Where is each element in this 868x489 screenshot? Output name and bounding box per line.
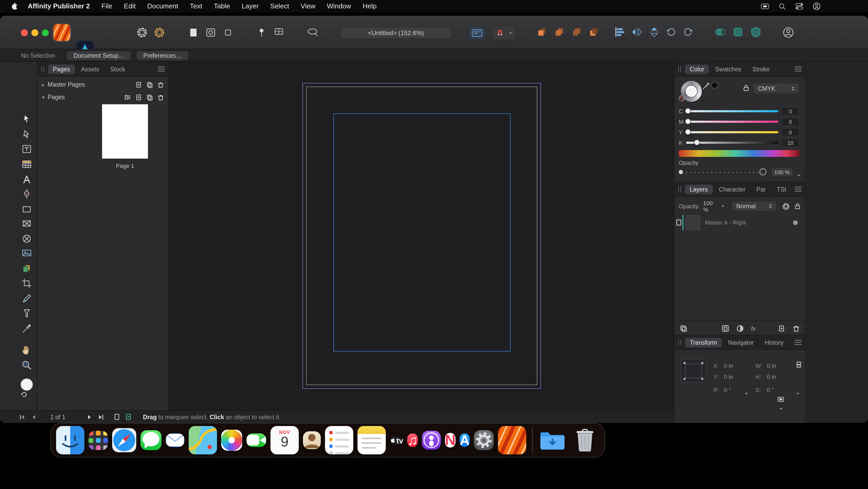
add-page-icon[interactable] [135, 94, 142, 100]
dock-icon-finder[interactable] [56, 426, 84, 454]
close-window-button[interactable] [21, 29, 28, 36]
move-tool[interactable] [20, 112, 34, 126]
layers-opacity-value[interactable]: 100 % [703, 200, 719, 212]
y-value[interactable]: 0 in [724, 374, 733, 380]
delete-layer-icon[interactable] [793, 324, 800, 332]
add-page-icon[interactable] [135, 81, 142, 88]
document-setup-gear-icon[interactable] [136, 27, 148, 38]
pen-tool[interactable] [20, 187, 34, 201]
place-image-tool[interactable] [20, 246, 34, 260]
cyan-slider[interactable] [686, 110, 778, 112]
account-icon[interactable] [782, 26, 795, 39]
tab-stroke[interactable]: Stroke [748, 64, 775, 74]
dock-icon-downloads[interactable] [538, 426, 567, 454]
cyan-value[interactable]: 0 [781, 107, 799, 115]
alignment-button[interactable] [613, 26, 626, 38]
magenta-slider[interactable] [686, 121, 778, 123]
dock-icon-affinity-publisher[interactable] [498, 426, 526, 454]
duplicate-page-icon[interactable] [146, 81, 153, 88]
apple-menu-icon[interactable] [7, 2, 22, 10]
opacity-value-field[interactable]: 100 % [771, 167, 793, 177]
layer-thumbnail[interactable] [686, 215, 700, 230]
menu-help[interactable]: Help [357, 0, 383, 12]
node-tool[interactable] [20, 127, 34, 141]
s-value[interactable]: 0 ° [767, 387, 774, 393]
duplicate-page-icon[interactable] [146, 94, 153, 100]
layer-row-master-a-right[interactable]: Master A - Right [675, 214, 805, 230]
color-mode-select[interactable]: CMYK [753, 83, 799, 94]
dock-icon-contacts[interactable] [303, 431, 321, 449]
chevron-down-icon[interactable] [745, 393, 748, 396]
snapping-button[interactable] [492, 26, 516, 40]
add-layer-icon[interactable] [778, 324, 785, 332]
panel-drag-handle[interactable] [678, 340, 681, 345]
h-value[interactable]: 0 in [767, 374, 776, 380]
picture-frame-ellipse-tool[interactable] [20, 232, 34, 246]
menu-window[interactable]: Window [321, 0, 357, 12]
menu-text[interactable]: Text [184, 0, 208, 12]
flip-vertical-button[interactable] [648, 26, 660, 38]
insert-behind-button[interactable] [714, 26, 726, 38]
dock-icon-maps[interactable] [189, 426, 217, 454]
dock-icon-app-store[interactable]: A [460, 433, 470, 447]
adjustment-layer-icon[interactable] [737, 324, 744, 332]
shapes-tool[interactable] [20, 261, 34, 275]
delete-page-icon[interactable] [157, 94, 164, 100]
preferences-gear-icon[interactable] [154, 27, 165, 38]
tab-color[interactable]: Color [685, 64, 709, 74]
panel-drag-handle[interactable] [678, 66, 681, 72]
insert-on-top-button[interactable] [749, 26, 762, 38]
document-title[interactable]: <Untitled> (152.6%) [340, 27, 452, 39]
eyedropper-icon[interactable] [702, 82, 710, 90]
chevron-down-icon[interactable] [721, 206, 724, 209]
tab-stock[interactable]: Stock [105, 64, 130, 74]
minimize-window-button[interactable] [31, 29, 38, 36]
dock-icon-facetime[interactable] [246, 433, 266, 447]
view-spread-button[interactable] [204, 26, 218, 39]
document-canvas[interactable] [169, 62, 674, 410]
page-thumbnail[interactable] [102, 104, 148, 159]
dock-icon-photos[interactable] [221, 430, 242, 451]
document-pages-icon[interactable] [114, 413, 120, 420]
artistic-text-tool[interactable] [20, 173, 34, 186]
dock-icon-music[interactable]: ♫ [407, 433, 418, 447]
menu-layer[interactable]: Layer [236, 0, 265, 12]
dock-icon-trash[interactable] [571, 426, 599, 454]
move-backward-button[interactable] [570, 26, 583, 38]
preferences-button[interactable]: Preferences… [136, 51, 189, 60]
black-value[interactable]: 10 [781, 139, 799, 147]
layer-visibility-dot[interactable] [793, 220, 798, 225]
tab-pages[interactable]: Pages [48, 64, 75, 74]
rectangle-tool[interactable] [20, 203, 34, 216]
transparency-tool[interactable] [20, 307, 34, 320]
w-value[interactable]: 0 in [767, 363, 776, 369]
mask-layer-icon[interactable] [722, 324, 729, 332]
rotation-ellipse-icon[interactable] [306, 27, 320, 37]
layer-settings-gear-icon[interactable] [782, 202, 790, 210]
layer-lock-icon[interactable] [794, 203, 801, 210]
x-value[interactable]: 0 in [724, 363, 733, 369]
delete-page-icon[interactable] [157, 81, 164, 88]
dock-icon-tv[interactable]: tv [390, 436, 403, 445]
opacity-slider-knob[interactable] [760, 168, 766, 175]
dock-icon-system-settings[interactable] [474, 430, 494, 450]
view-single-page-button[interactable] [187, 26, 200, 39]
move-to-front-button[interactable] [536, 26, 548, 38]
lock-icon[interactable] [743, 84, 749, 92]
control-center-icon[interactable] [795, 3, 804, 10]
tab-navigator[interactable]: Navigator [723, 338, 758, 347]
dock-icon-mail[interactable] [166, 433, 185, 447]
frame-text-tool[interactable] [20, 142, 34, 156]
color-spectrum-bar[interactable] [679, 150, 799, 157]
layer-effects-icon[interactable]: fx [751, 325, 755, 331]
maximize-window-button[interactable] [42, 29, 49, 36]
tab-character[interactable]: Character [714, 184, 750, 194]
table-tool[interactable] [20, 157, 34, 171]
app-menu[interactable]: Affinity Publisher 2 [22, 0, 96, 12]
menu-document[interactable]: Document [142, 0, 184, 12]
chevron-right-icon[interactable]: ▸ [42, 82, 44, 87]
vector-brush-tool[interactable] [20, 292, 34, 305]
chevron-down-icon[interactable] [797, 393, 800, 396]
menu-select[interactable]: Select [265, 0, 295, 12]
transform-options-icon[interactable] [777, 396, 786, 412]
